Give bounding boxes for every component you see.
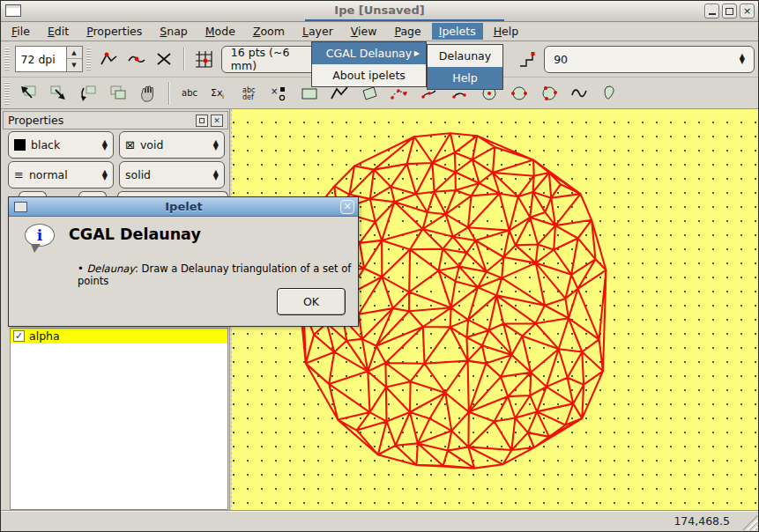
stretch-tool-icon[interactable]	[106, 81, 130, 106]
title-underline	[305, 19, 504, 21]
fill-value: void	[140, 138, 163, 151]
pen-width-value: normal	[29, 168, 68, 181]
stroke-color-select[interactable]: black ▲▼	[8, 131, 114, 159]
toolbar-grip[interactable]	[86, 48, 92, 70]
panel-close-button[interactable]: ✕	[211, 115, 223, 127]
pan-tool-icon[interactable]	[136, 81, 160, 106]
resize-grip[interactable]	[742, 515, 757, 530]
properties-panel-header[interactable]: Properties ✕	[3, 111, 228, 129]
math-text-tool-icon[interactable]: Σxi	[207, 81, 232, 106]
resolution-value[interactable]: 72 dpi	[15, 46, 66, 72]
toolbar-grip[interactable]	[4, 48, 10, 70]
svg-text:Σx: Σx	[211, 87, 223, 99]
resolution-down-button[interactable]: ▼	[67, 59, 82, 71]
submenu-item-help[interactable]: Help	[428, 67, 502, 89]
svg-text:i: i	[222, 93, 224, 100]
snap-intersection-icon[interactable]	[153, 47, 175, 71]
pen-width-icon: ≡	[14, 169, 24, 181]
circle-two-points-tool-icon[interactable]	[507, 81, 532, 106]
menu-properties[interactable]: Properties	[79, 23, 149, 40]
window-title: Ipe [Unsaved]	[1, 4, 758, 17]
menu-layer[interactable]: Layer	[295, 23, 340, 40]
statusbar: 174,468.5	[1, 510, 758, 531]
close-button[interactable]: ×	[740, 4, 755, 18]
snap-angle-icon[interactable]	[517, 47, 539, 71]
menu-view[interactable]: View	[344, 23, 384, 40]
panel-float-button[interactable]	[196, 115, 208, 127]
ipelet-dialog: Ipelet ✕ i CGAL Delaunay • Delaunay: Dra…	[8, 196, 359, 327]
grid-size-value: 16 pts (~6 mm)	[231, 46, 312, 72]
dialog-close-button[interactable]: ✕	[340, 200, 354, 214]
translate-tool-icon[interactable]	[46, 81, 71, 106]
menu-help[interactable]: Help	[487, 23, 526, 40]
resolution-up-button[interactable]: ▲	[67, 47, 82, 59]
menu-edit[interactable]: Edit	[41, 23, 76, 40]
layers-panel: ✓ alpha	[10, 328, 228, 510]
maximize-button[interactable]	[722, 4, 737, 18]
menu-mode[interactable]: Mode	[198, 23, 242, 40]
stroke-color-value: black	[31, 138, 60, 151]
ipe-window: Ipe [Unsaved] × File Edit Properties Sna…	[0, 0, 759, 532]
dash-style-select[interactable]: solid ▲▼	[119, 161, 225, 188]
minimize-button[interactable]	[704, 4, 719, 18]
dialog-heading: CGAL Delaunay	[69, 225, 201, 243]
spinner-icon[interactable]: ▲▼	[740, 54, 745, 64]
toolbar-separator	[168, 82, 169, 105]
submenu-arrow-icon: ▶	[414, 49, 420, 57]
menubar: File Edit Properties Snap Mode Zoom Laye…	[1, 22, 758, 41]
submenu-item-delaunay[interactable]: Delaunay	[428, 45, 502, 67]
cgal-delaunay-submenu: Delaunay Help	[427, 44, 503, 90]
dialog-window-icon	[14, 202, 27, 212]
marks-tool-icon[interactable]: ×	[267, 81, 292, 106]
menu-zoom[interactable]: Zoom	[246, 23, 292, 40]
menu-item-cgal-delaunay[interactable]: CGAL Delaunay ▶	[312, 42, 426, 64]
menu-page[interactable]: Page	[387, 23, 428, 40]
info-icon: i	[25, 224, 56, 248]
circle-three-points-tool-icon[interactable]	[537, 81, 562, 106]
snap-boundary-icon[interactable]	[125, 47, 148, 71]
angle-value: 90	[554, 53, 568, 66]
ok-button[interactable]: OK	[277, 288, 346, 315]
select-tool-icon[interactable]	[16, 81, 41, 106]
pen-width-select[interactable]: ≡ normal ▲▼	[8, 161, 114, 188]
spinner-icon[interactable]: ▲▼	[102, 170, 108, 181]
layer-label: alpha	[29, 329, 60, 343]
svg-text:×: ×	[271, 86, 278, 96]
text-tool-icon[interactable]: abc	[177, 81, 202, 106]
spinner-icon[interactable]: ▲▼	[102, 140, 108, 151]
menu-snap[interactable]: Snap	[153, 23, 194, 40]
properties-panel-title: Properties	[8, 114, 63, 127]
dash-style-value: solid	[125, 168, 151, 181]
stroke-color-swatch	[14, 139, 26, 151]
toolbar-separator	[183, 48, 184, 70]
spinner-icon[interactable]: ▲▼	[213, 170, 219, 181]
layer-row-alpha[interactable]: ✓ alpha	[11, 329, 227, 344]
mouse-position: 174,468.5	[673, 514, 730, 528]
dialog-description: • Delaunay: Draw a Delaunay triangulatio…	[78, 262, 358, 287]
layer-checkbox[interactable]: ✓	[13, 330, 25, 342]
svg-text:def: def	[242, 93, 254, 101]
squiggle-tool-icon[interactable]	[567, 81, 592, 106]
dialog-titlebar[interactable]: Ipelet ✕	[9, 197, 358, 217]
menu-file[interactable]: File	[4, 23, 37, 40]
titlebar: Ipe [Unsaved] ×	[1, 1, 758, 22]
grid-size-select[interactable]: 16 pts (~6 mm)	[221, 46, 322, 73]
fill-select[interactable]: ⊠ void ▲▼	[119, 131, 225, 159]
menu-ipelets[interactable]: Ipelets	[432, 23, 483, 40]
rotate-tool-icon[interactable]	[76, 81, 100, 106]
menu-item-about-ipelets[interactable]: About ipelets	[312, 64, 426, 86]
snap-vertex-icon[interactable]	[97, 47, 120, 71]
resolution-spinbox[interactable]: 72 dpi ▲ ▼	[15, 46, 83, 72]
snap-grid-icon[interactable]	[192, 47, 215, 71]
ipelets-menu: CGAL Delaunay ▶ About ipelets	[311, 41, 427, 87]
void-fill-icon: ⊠	[125, 139, 135, 151]
ink-tool-icon[interactable]	[597, 81, 621, 106]
dialog-title: Ipelet	[27, 200, 340, 213]
spinner-icon[interactable]: ▲▼	[213, 140, 219, 151]
svg-text:abc: abc	[182, 88, 197, 98]
angle-select[interactable]: 90 ▲▼	[544, 46, 755, 73]
paragraph-tool-icon[interactable]: abcdef	[237, 81, 262, 106]
toolbar-grip[interactable]	[4, 82, 10, 105]
